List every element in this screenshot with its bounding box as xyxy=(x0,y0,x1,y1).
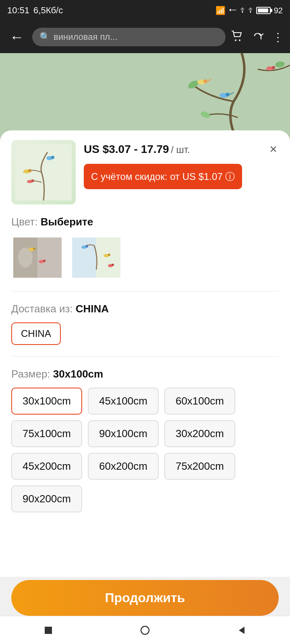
close-button[interactable]: × xyxy=(268,140,279,158)
search-bar[interactable]: 🔍 виниловая пл... xyxy=(32,28,226,46)
svg-rect-27 xyxy=(96,237,120,278)
continue-button-wrap: Продолжить xyxy=(0,580,290,616)
signal-icon: ☦ xyxy=(240,6,245,15)
nav-bar: ← 🔍 виниловая пл... ⋮ xyxy=(0,21,290,53)
bottom-nav xyxy=(0,616,290,644)
ship-from-label: Доставка из: CHINA xyxy=(11,303,279,315)
color-swatch-1[interactable] xyxy=(11,235,64,280)
product-thumbnail xyxy=(11,140,76,204)
svg-point-35 xyxy=(141,626,149,634)
size-chip-7[interactable]: 60x200cm xyxy=(88,453,159,480)
price-block: US $3.07 - 17.79 / шт. xyxy=(84,143,190,156)
more-icon[interactable]: ⋮ xyxy=(272,31,284,44)
svg-rect-26 xyxy=(72,237,96,278)
ship-options: CHINA xyxy=(11,322,279,345)
network-speed: 6,5Кб/с xyxy=(33,5,63,16)
size-chip-8[interactable]: 75x200cm xyxy=(164,453,235,480)
nav-icons: ⋮ xyxy=(230,29,284,45)
svg-rect-34 xyxy=(45,627,52,634)
svg-point-9 xyxy=(226,93,230,97)
divider-1 xyxy=(11,291,279,291)
color-value: Выберите xyxy=(41,216,93,228)
svg-point-11 xyxy=(272,66,275,69)
svg-point-31 xyxy=(108,254,110,256)
size-chip-3[interactable]: 75x100cm xyxy=(11,420,82,447)
svg-point-18 xyxy=(31,180,34,182)
status-bar-right: 📶 ⭠ ☦ ☦ 92 xyxy=(215,6,283,15)
hero-background xyxy=(0,53,290,142)
price-unit: / шт. xyxy=(171,144,190,155)
svg-point-0 xyxy=(235,39,236,41)
ship-from-value: CHINA xyxy=(76,303,109,315)
svg-point-1 xyxy=(239,39,240,41)
svg-point-29 xyxy=(86,245,88,248)
size-chip-5[interactable]: 30x200cm xyxy=(164,420,235,447)
product-header: US $3.07 - 17.79 / шт. × С учётом скидок… xyxy=(11,140,279,204)
svg-point-16 xyxy=(51,156,54,159)
home-button[interactable] xyxy=(36,618,60,642)
size-value: 30x100cm xyxy=(53,368,103,380)
status-bar: 10:51 6,5Кб/с 📶 ⭠ ☦ ☦ 92 xyxy=(0,0,290,21)
bluetooth-icon: ⭠ xyxy=(229,6,237,15)
size-chips: 30x100cm 45x100cm 60x100cm 75x100cm 90x1… xyxy=(11,388,279,512)
divider-2 xyxy=(11,356,279,357)
svg-point-7 xyxy=(203,79,207,83)
battery-level: 92 xyxy=(274,6,283,15)
share-icon[interactable] xyxy=(251,29,264,45)
color-label: Цвет: Выберите xyxy=(11,216,279,228)
price-range: US $3.07 - 17.79 xyxy=(84,143,169,155)
color-section: Цвет: Выберите xyxy=(11,216,279,280)
size-chip-2[interactable]: 60x100cm xyxy=(164,388,235,415)
battery-icon xyxy=(256,7,271,14)
product-info: US $3.07 - 17.79 / шт. × С учётом скидок… xyxy=(84,140,279,189)
back-nav-button[interactable] xyxy=(230,618,254,642)
search-icon: 🔍 xyxy=(39,32,50,42)
size-chip-9[interactable]: 90x200cm xyxy=(11,485,82,512)
status-bar-left: 10:51 6,5Кб/с xyxy=(7,5,63,16)
continue-button[interactable]: Продолжить xyxy=(11,580,279,616)
price-row: US $3.07 - 17.79 / шт. × xyxy=(84,140,279,158)
wifi-icon: 📶 xyxy=(215,6,226,15)
color-swatches xyxy=(11,235,279,280)
ship-chip-china[interactable]: CHINA xyxy=(11,322,61,345)
discount-badge: С учётом скидок: от US $1.07 ⓘ xyxy=(84,164,242,189)
color-swatch-2[interactable] xyxy=(70,235,122,280)
cart-icon[interactable] xyxy=(230,29,243,45)
size-chip-0[interactable]: 30x100cm xyxy=(11,388,82,415)
size-chip-1[interactable]: 45x100cm xyxy=(88,388,159,415)
back-arrow-icon: ← xyxy=(10,29,24,45)
svg-point-33 xyxy=(112,264,114,266)
swatch-image-2 xyxy=(71,236,122,279)
status-time: 10:51 xyxy=(7,5,29,16)
svg-point-23 xyxy=(33,248,35,250)
product-sheet: US $3.07 - 17.79 / шт. × С учётом скидок… xyxy=(0,130,290,577)
recents-button[interactable] xyxy=(133,618,157,642)
svg-point-14 xyxy=(28,169,31,172)
size-section: Размер: 30x100cm 30x100cm 45x100cm 60x10… xyxy=(11,368,279,512)
size-chip-4[interactable]: 90x100cm xyxy=(88,420,159,447)
signal2-icon: ☦ xyxy=(248,6,253,15)
battery-fill xyxy=(258,8,268,12)
search-text: виниловая пл... xyxy=(54,32,118,42)
size-label: Размер: 30x100cm xyxy=(11,368,279,380)
svg-point-25 xyxy=(43,260,46,262)
svg-marker-36 xyxy=(239,627,244,634)
ship-from-section: Доставка из: CHINA CHINA xyxy=(11,303,279,345)
discount-text: С учётом скидок: от US $1.07 ⓘ xyxy=(91,171,235,182)
back-button[interactable]: ← xyxy=(6,27,27,47)
swatch-image-1 xyxy=(12,236,63,279)
svg-rect-2 xyxy=(0,53,290,142)
size-chip-6[interactable]: 45x200cm xyxy=(11,453,82,480)
